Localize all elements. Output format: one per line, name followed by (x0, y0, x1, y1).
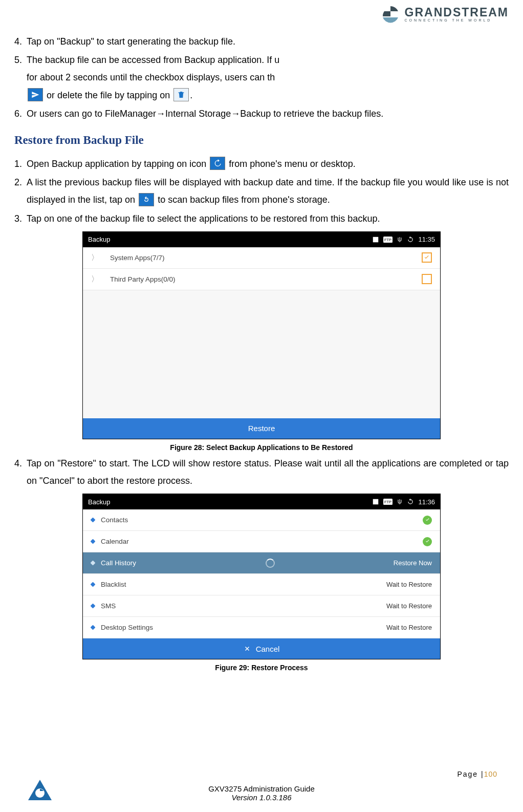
text: to scan backup files from phone's storag… (158, 195, 330, 205)
text: from phone's menu or desktop. (229, 159, 356, 169)
ordered-list-step4: Tap on "Restore" to start. The LCD will … (14, 455, 509, 489)
text: Tap on one of the backup file to select … (27, 213, 380, 224)
figure-29: Backup FTP 11:36 Contacts Calendar Call … (82, 494, 441, 672)
screenshot-statusbar: Backup FTP 11:36 (83, 494, 440, 509)
done-badge-icon (423, 537, 432, 546)
list-item: Or users can go to FileManager→Internal … (27, 105, 509, 122)
row-label: Call History (101, 559, 136, 567)
chevron-right-icon: 〉 (91, 253, 99, 263)
cancel-button[interactable]: Cancel (83, 638, 440, 659)
row-status: Restore Now (394, 559, 432, 567)
text: . (190, 90, 192, 100)
svg-text:FTP: FTP (384, 238, 391, 242)
restore-button[interactable]: Restore (83, 418, 440, 439)
screenshot-row[interactable]: SMS Wait to Restore (83, 595, 440, 617)
screenshot-row[interactable]: Calendar (83, 531, 440, 552)
page-header: GRANDSTREAM CONNECTING THE WORLD (14, 0, 509, 33)
page-footer: Page |100 GXV3275 Administration Guide V… (0, 784, 523, 802)
done-badge-icon (423, 516, 432, 525)
ordered-list-top: Tap on "Backup" to start generating the … (14, 33, 509, 122)
picture-icon (372, 498, 379, 505)
screenshot-row[interactable]: Blacklist Wait to Restore (83, 574, 440, 595)
footer-line1: GXV3275 Administration Guide (0, 784, 523, 793)
list-item: Tap on "Restore" to start. The LCD will … (27, 455, 509, 489)
list-item: Open Backup application by tapping on ic… (27, 155, 509, 173)
figure-caption: Figure 29: Restore Process (82, 664, 441, 672)
footer-brand-icon (28, 780, 52, 802)
screenshot-title: Backup (88, 236, 110, 243)
screenshot-row-active[interactable]: Call History Restore Now (83, 552, 440, 574)
screenshot-row[interactable]: Desktop Settings Wait to Restore (83, 617, 440, 638)
list-item: A list the previous backup files will be… (27, 174, 509, 208)
figure-28: Backup FTP 11:35 〉 System Apps(7/7) 〉 Th… (82, 231, 441, 452)
figure-caption: Figure 28: Select Backup Applications to… (82, 443, 441, 452)
refresh-small-icon (407, 236, 414, 243)
row-label: SMS (101, 602, 116, 610)
ftp-icon: FTP (383, 237, 393, 243)
section-title: Restore from Backup File (14, 134, 509, 147)
text: Tap on "Backup" to start generating the … (27, 36, 235, 47)
bullet-icon (91, 625, 96, 630)
row-label: Third Party Apps(0/0) (110, 275, 176, 283)
text: Open Backup application by tapping on ic… (27, 159, 209, 169)
row-label: Calendar (101, 538, 129, 545)
screenshot-time: 11:35 (418, 236, 435, 243)
brand-logo: GRANDSTREAM CONNECTING THE WORLD (381, 5, 509, 24)
refresh-small-icon (407, 498, 414, 505)
screenshot-row[interactable]: 〉 Third Party Apps(0/0) (83, 269, 440, 290)
text: or delete the file by tapping on (47, 90, 172, 100)
screenshot-row[interactable]: Contacts (83, 509, 440, 531)
bullet-icon (91, 604, 96, 609)
brand-tagline: CONNECTING THE WORLD (405, 18, 509, 22)
refresh-icon (139, 193, 154, 206)
psi-icon (397, 236, 403, 243)
screenshot-title: Backup (88, 498, 110, 506)
page-number: Page |100 (457, 770, 497, 778)
row-label: Desktop Settings (101, 624, 153, 631)
trash-icon (173, 88, 189, 101)
close-icon (244, 645, 251, 652)
row-label: Blacklist (101, 581, 126, 588)
row-status: Wait to Restore (386, 624, 432, 631)
list-item: Tap on one of the backup file to select … (27, 210, 509, 227)
send-icon (28, 88, 43, 101)
bullet-icon (91, 582, 96, 587)
text: The backup file can be accessed from Bac… (27, 55, 279, 65)
text: Tap on "Restore" to start. The LCD will … (27, 458, 509, 486)
text: Or users can go to FileManager→Internal … (27, 109, 383, 119)
bullet-icon (91, 561, 96, 566)
row-label: System Apps(7/7) (110, 254, 165, 262)
chevron-right-icon: 〉 (91, 274, 99, 284)
brand-name: GRANDSTREAM (405, 6, 509, 18)
picture-icon (372, 236, 379, 243)
restore-history-icon (210, 157, 225, 170)
footer-line2: Version 1.0.3.186 (0, 793, 523, 802)
screenshot-blank-area (83, 290, 440, 418)
grandstream-icon (381, 5, 400, 24)
text: for about 2 seconds until the checkbox d… (27, 72, 275, 82)
bullet-icon (91, 518, 96, 523)
bullet-icon (91, 539, 96, 544)
checkbox-unchecked-icon[interactable] (422, 274, 432, 284)
ordered-list-restore: Open Backup application by tapping on ic… (14, 155, 509, 227)
psi-icon (397, 498, 403, 505)
svg-text:FTP: FTP (384, 500, 391, 504)
list-item: Tap on "Backup" to start generating the … (27, 33, 509, 50)
row-status: Wait to Restore (386, 602, 432, 610)
screenshot-time: 11:36 (418, 498, 435, 506)
checkbox-checked-icon[interactable] (422, 252, 432, 263)
screenshot-statusbar: Backup FTP 11:35 (83, 232, 440, 247)
list-item: The backup file can be accessed from Bac… (27, 51, 509, 104)
row-status: Wait to Restore (386, 581, 432, 588)
spinner-icon (266, 559, 275, 568)
screenshot-row[interactable]: 〉 System Apps(7/7) (83, 247, 440, 269)
ftp-icon: FTP (383, 499, 393, 505)
row-label: Contacts (101, 516, 128, 524)
